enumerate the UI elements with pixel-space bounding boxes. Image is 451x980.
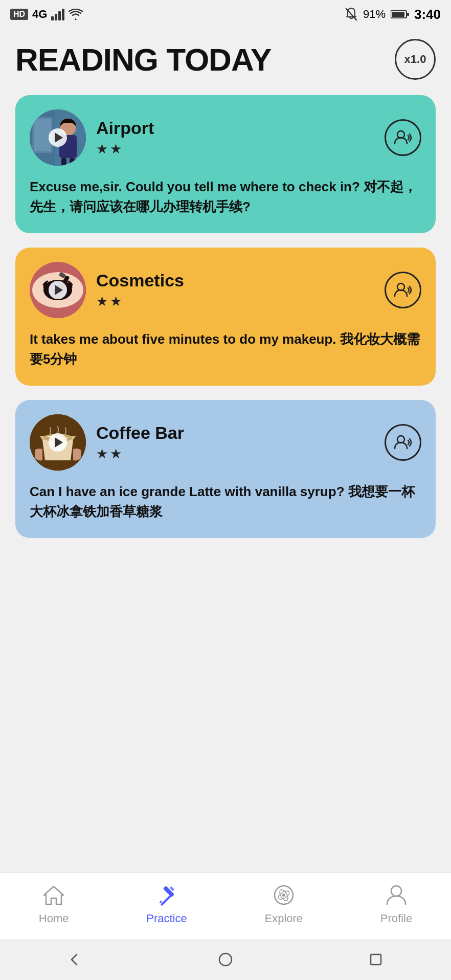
star-1: ★	[96, 141, 108, 157]
airport-text-en: Excuse me,sir. Could you tell me where t…	[30, 179, 360, 194]
star-2: ★	[110, 141, 122, 157]
airport-audio-button[interactable]	[385, 119, 421, 156]
cosmetics-thumbnail[interactable]	[30, 262, 86, 318]
airport-text: Excuse me,sir. Could you tell me where t…	[30, 177, 421, 217]
person-speaking-icon-3	[394, 433, 412, 452]
status-left: HD 4G	[10, 8, 83, 21]
person-speaking-icon	[394, 128, 412, 147]
nav-explore[interactable]: Explore	[264, 882, 303, 925]
svg-marker-26	[170, 886, 174, 891]
cosmetics-card-header: Cosmetics ★ ★	[30, 262, 421, 318]
bell-muted-icon	[345, 7, 358, 21]
cosmetics-audio-button[interactable]	[385, 272, 421, 308]
explore-icon	[271, 882, 297, 908]
svg-point-32	[219, 953, 232, 966]
svg-rect-1	[392, 12, 404, 17]
coffee-title: Coffee Bar	[96, 423, 184, 443]
signal-icon	[51, 9, 64, 20]
battery-text: 91%	[363, 8, 386, 21]
android-home-button[interactable]	[213, 947, 238, 972]
svg-rect-33	[371, 954, 381, 965]
svg-point-31	[391, 886, 401, 896]
cosmetics-stars: ★ ★	[96, 294, 184, 309]
practice-label: Practice	[146, 912, 187, 925]
coffee-title-area: Coffee Bar ★ ★	[96, 423, 184, 462]
cosmetics-card-header-left: Cosmetics ★ ★	[30, 262, 184, 318]
hd-badge: HD	[10, 9, 28, 20]
bottom-nav: Home Practice Explore	[0, 873, 451, 939]
main-content: READING TODAY x1.0	[0, 29, 451, 873]
wifi-icon	[69, 9, 83, 20]
svg-rect-25	[163, 885, 175, 897]
airport-card-header-left: Airport ★ ★	[30, 109, 154, 166]
airport-stars: ★ ★	[96, 141, 154, 157]
cosmetics-play-button[interactable]	[49, 281, 67, 299]
svg-rect-24	[161, 894, 172, 906]
cosmetics-text-en: It takes me about five minutes to do my …	[30, 331, 336, 347]
airport-play-button[interactable]	[49, 128, 67, 147]
coffee-thumbnail[interactable]	[30, 414, 86, 471]
android-recents-button[interactable]	[363, 947, 389, 972]
profile-label: Profile	[380, 912, 412, 925]
cosmetics-card[interactable]: Cosmetics ★ ★ It takes me about five min…	[15, 248, 436, 386]
speed-badge[interactable]: x1.0	[395, 39, 436, 80]
status-bar: HD 4G 91% 3:40	[0, 0, 451, 29]
nav-profile[interactable]: Profile	[380, 882, 412, 925]
coffee-card-header: Coffee Bar ★ ★	[30, 414, 421, 471]
explore-label: Explore	[264, 912, 303, 925]
svg-point-30	[282, 894, 285, 897]
airport-thumbnail[interactable]	[30, 109, 86, 166]
home-label: Home	[39, 912, 69, 925]
page-title: READING TODAY	[15, 41, 271, 78]
time-display: 3:40	[414, 7, 441, 23]
nav-practice[interactable]: Practice	[146, 882, 187, 925]
person-speaking-icon-2	[394, 281, 412, 299]
practice-icon	[154, 882, 179, 908]
android-back-button[interactable]	[62, 947, 88, 972]
home-icon	[41, 882, 66, 908]
network-indicator: 4G	[32, 8, 47, 21]
svg-rect-10	[70, 158, 75, 166]
cosmetics-title: Cosmetics	[96, 271, 184, 291]
android-nav	[0, 939, 451, 980]
nav-home[interactable]: Home	[39, 882, 69, 925]
coffee-stars: ★ ★	[96, 446, 184, 462]
star-1: ★	[96, 294, 108, 309]
status-right: 91% 3:40	[345, 7, 441, 23]
star-1: ★	[96, 446, 108, 462]
airport-title: Airport	[96, 118, 154, 138]
airport-card-header: Airport ★ ★	[30, 109, 421, 166]
svg-rect-2	[407, 13, 409, 16]
cosmetics-title-area: Cosmetics ★ ★	[96, 271, 184, 309]
star-2: ★	[110, 446, 122, 462]
cosmetics-text: It takes me about five minutes to do my …	[30, 329, 421, 369]
airport-card[interactable]: Airport ★ ★ Excuse me,sir. Could you tel…	[15, 95, 436, 233]
coffee-text: Can I have an ice grande Latte with vani…	[30, 482, 421, 522]
airport-title-area: Airport ★ ★	[96, 118, 154, 157]
coffee-text-en: Can I have an ice grande Latte with vani…	[30, 484, 345, 499]
coffee-card[interactable]: Coffee Bar ★ ★ Can I have an ice grande …	[15, 400, 436, 538]
page-header: READING TODAY x1.0	[15, 39, 436, 80]
battery-icon	[391, 9, 409, 19]
star-2: ★	[110, 294, 122, 309]
profile-icon	[384, 882, 409, 908]
coffee-card-header-left: Coffee Bar ★ ★	[30, 414, 184, 471]
coffee-audio-button[interactable]	[385, 424, 421, 461]
svg-rect-9	[61, 158, 66, 166]
coffee-play-button[interactable]	[49, 433, 67, 452]
